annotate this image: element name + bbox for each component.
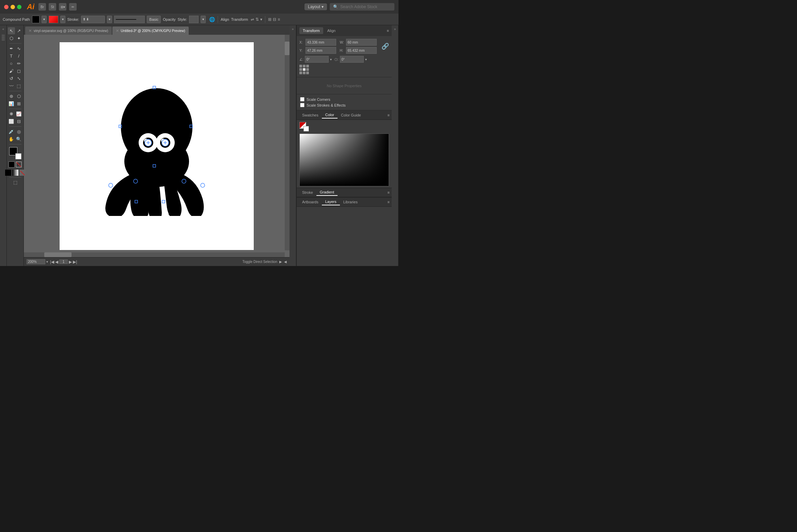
warp-tool[interactable]: 〰 xyxy=(8,82,15,90)
next-page-icon[interactable]: ▶ xyxy=(69,260,72,264)
horizontal-scrollbar[interactable] xyxy=(24,252,285,257)
zoom-control[interactable]: 200% ▾ xyxy=(27,259,48,264)
fg-bg-colors[interactable] xyxy=(9,147,21,159)
stroke-dropdown[interactable]: ▾ xyxy=(107,16,112,23)
flip-v-icon[interactable]: ⇅ xyxy=(255,17,259,22)
tab-artboards[interactable]: Artboards xyxy=(299,199,322,205)
hand-tool[interactable]: ✋ xyxy=(8,136,15,143)
page-input[interactable]: 1 xyxy=(59,260,68,264)
scroll-left-icon[interactable]: ◀ xyxy=(284,260,287,264)
tab-transform[interactable]: Transform xyxy=(299,27,323,34)
link-proportions-icon[interactable]: 🔗 xyxy=(381,43,389,50)
gradient-fill[interactable] xyxy=(12,170,18,176)
style-swatch[interactable] xyxy=(189,16,199,23)
page-nav[interactable]: |◀ ◀ 1 ▶ ▶| xyxy=(50,260,77,264)
zoom-dropdown-icon[interactable]: ▾ xyxy=(46,260,48,264)
bridge-icon[interactable]: Br xyxy=(38,3,46,11)
symbol-tool[interactable]: ❋ xyxy=(8,110,15,118)
stroke-field[interactable]: ⬆⬇ xyxy=(81,16,105,23)
line-tool[interactable]: / xyxy=(15,52,22,60)
zoom-input[interactable]: 200% xyxy=(27,259,45,264)
chevron-icon[interactable]: ▾ xyxy=(260,17,262,22)
solid-fill[interactable] xyxy=(5,170,11,176)
prev-page-icon[interactable]: ◀ xyxy=(55,260,58,264)
tab-layers[interactable]: Layers xyxy=(322,199,340,205)
color-picker[interactable] xyxy=(299,134,389,186)
bottom-panel-menu-icon[interactable]: ≡ xyxy=(388,200,390,204)
distribute-icon[interactable]: ⊟ xyxy=(273,17,276,22)
maximize-button[interactable] xyxy=(17,5,21,9)
fill-swatch[interactable] xyxy=(32,16,40,23)
curvature-tool[interactable]: ∿ xyxy=(15,45,22,52)
tab-vinyl[interactable]: ✕ vinyl-separator.svg @ 100% (RGB/GPU Pr… xyxy=(25,27,112,35)
panel-menu-icon[interactable]: ≡ xyxy=(387,29,389,33)
measure-tool[interactable]: ◎ xyxy=(15,128,22,135)
type-tool[interactable]: T xyxy=(8,52,15,60)
reference-point-grid[interactable] xyxy=(299,65,389,74)
style-dropdown[interactable]: ▾ xyxy=(201,16,206,23)
tab-libraries[interactable]: Libraries xyxy=(340,199,361,205)
scale-corners-checkbox[interactable] xyxy=(300,97,304,101)
mesh-tool[interactable]: ⊞ xyxy=(15,100,22,107)
stock-icon[interactable]: St xyxy=(49,3,56,11)
transform-icons[interactable]: ⇌ ⇅ ▾ xyxy=(251,17,262,22)
shear-chevron-icon[interactable]: ▾ xyxy=(365,58,367,61)
column-graph-tool[interactable]: 📈 xyxy=(15,110,22,118)
w-input[interactable] xyxy=(346,39,377,46)
none-stroke[interactable] xyxy=(16,161,22,168)
transform-label[interactable]: Transform xyxy=(231,17,248,21)
minimize-button[interactable] xyxy=(11,5,15,9)
canvas-scroll[interactable] xyxy=(24,35,290,257)
fill-dropdown[interactable]: ▾ xyxy=(42,16,47,23)
ellipse-tool[interactable]: ○ xyxy=(8,60,15,67)
toggle-arrow-icon[interactable]: ▶ xyxy=(279,260,282,264)
stroke-color-swatch[interactable] xyxy=(49,16,58,23)
perspective-tool[interactable]: ⬡ xyxy=(15,93,22,100)
stroke-profile-dropdown[interactable]: Basic xyxy=(147,16,161,23)
none-fill[interactable] xyxy=(9,161,15,168)
collapse-left-icon[interactable]: « xyxy=(2,27,5,32)
tab-color-guide[interactable]: Color Guide xyxy=(338,112,364,118)
search-input[interactable] xyxy=(340,4,391,9)
color-fg-bg[interactable] xyxy=(299,122,309,131)
h-input[interactable] xyxy=(346,47,377,54)
color-panel-menu-icon[interactable]: ≡ xyxy=(388,113,390,117)
stroke-profile[interactable] xyxy=(114,16,145,23)
workspace-icon[interactable]: ⊞▾ xyxy=(59,3,66,11)
free-transform-tool[interactable]: ⬚ xyxy=(15,82,22,90)
align-label[interactable]: Align xyxy=(221,17,229,21)
layout-button[interactable]: Layout ▾ xyxy=(304,3,327,10)
globe-icon[interactable]: 🌐 xyxy=(209,17,215,22)
rotation-chevron-icon[interactable]: ▾ xyxy=(330,58,332,61)
paintbrush-tool[interactable]: 🖌 xyxy=(8,67,15,75)
flip-h-icon[interactable]: ⇌ xyxy=(251,17,254,22)
tab-align[interactable]: Align xyxy=(324,27,339,34)
search-bar[interactable]: 🔍 xyxy=(330,3,394,11)
y-input[interactable] xyxy=(306,47,336,54)
pen-tool[interactable]: ✒ xyxy=(8,45,15,52)
collapse-far-right-icon[interactable]: » xyxy=(393,27,397,32)
first-page-icon[interactable]: |◀ xyxy=(50,260,54,264)
magic-wand-tool[interactable]: ✦ xyxy=(15,35,22,42)
puppet-warp-tool[interactable]: ⊛ xyxy=(8,93,15,100)
selection-tool[interactable]: ↖ xyxy=(8,27,15,34)
rotate-tool[interactable]: ↺ xyxy=(8,75,15,82)
scale-strokes-checkbox[interactable] xyxy=(300,103,304,107)
artboard-navigate-tool[interactable]: ⬚ xyxy=(12,179,19,186)
tab-untitled[interactable]: ✕ Untitled-3* @ 200% (CMYK/GPU Preview) xyxy=(112,27,189,35)
slice-tool[interactable]: ⊟ xyxy=(15,118,22,125)
gradient-panel-menu-icon[interactable]: ≡ xyxy=(388,190,390,194)
color-stroke-swatch[interactable] xyxy=(303,126,309,131)
direct-selection-tool[interactable]: ↗ xyxy=(15,27,22,34)
tab-gradient[interactable]: Gradient xyxy=(316,189,338,196)
close-button[interactable] xyxy=(4,5,9,9)
shear-input[interactable] xyxy=(340,56,364,63)
eraser-tool[interactable]: ◻ xyxy=(15,67,22,75)
last-page-icon[interactable]: ▶| xyxy=(73,260,77,264)
zoom-tool[interactable]: 🔍 xyxy=(15,136,22,143)
tab-stroke-gradient[interactable]: Stroke xyxy=(299,189,316,195)
align-icon[interactable]: ⊞ xyxy=(268,17,271,22)
lasso-tool[interactable]: ⬡ xyxy=(8,35,15,42)
chart-tool[interactable]: 📊 xyxy=(8,100,15,107)
artboard-tool[interactable]: ⬜ xyxy=(8,118,15,125)
